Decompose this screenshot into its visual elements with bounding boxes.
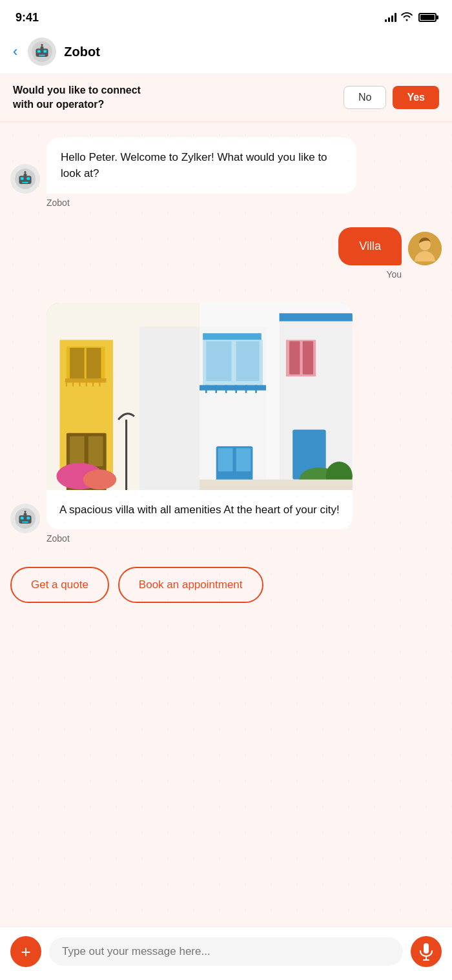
villa-image-right: [200, 303, 353, 490]
banner-text: Would you like to connectwith our operat…: [13, 83, 333, 112]
svg-rect-71: [200, 480, 353, 490]
user-message-row: Villa: [10, 227, 442, 265]
svg-rect-4: [39, 55, 46, 56]
text-input-wrapper: [49, 937, 403, 966]
status-icons: [385, 11, 437, 24]
villa-card: A spacious villa with all amenities At t…: [46, 303, 353, 530]
svg-rect-40: [70, 436, 85, 466]
add-button[interactable]: +: [10, 936, 41, 967]
operator-banner: Would you like to connectwith our operat…: [0, 74, 452, 122]
svg-rect-3: [44, 50, 47, 53]
user-avatar: [408, 232, 442, 265]
svg-rect-61: [218, 448, 233, 471]
bot-greeting-bubble: Hello Peter. Welcome to Zylker! What wou…: [46, 138, 356, 194]
svg-point-43: [83, 469, 116, 489]
svg-rect-67: [302, 341, 313, 374]
svg-rect-51: [206, 341, 231, 381]
signal-icon: [385, 13, 396, 22]
svg-rect-11: [26, 177, 30, 179]
mic-button[interactable]: [411, 936, 442, 967]
svg-rect-21: [26, 517, 30, 520]
banner-buttons: No Yes: [344, 86, 439, 109]
svg-rect-49: [203, 333, 262, 340]
svg-rect-31: [87, 348, 101, 381]
villa-bot-sender: Zobot: [46, 533, 442, 544]
bot-avatar-villa: [10, 504, 40, 533]
svg-rect-52: [236, 341, 259, 381]
action-buttons: Get a quote Book an appointment: [10, 567, 442, 603]
svg-rect-2: [37, 50, 41, 53]
bot-avatar: [10, 164, 40, 194]
svg-rect-22: [22, 522, 28, 523]
status-time: 9:41: [15, 11, 39, 25]
back-button[interactable]: ‹: [10, 41, 20, 63]
svg-rect-72: [424, 943, 429, 954]
svg-rect-20: [21, 517, 24, 520]
chat-header: ‹ Zobot: [0, 32, 452, 74]
message-input[interactable]: [62, 945, 390, 958]
svg-rect-12: [22, 182, 28, 183]
chat-area: Hello Peter. Welcome to Zylker! What wou…: [0, 122, 452, 926]
svg-rect-62: [236, 448, 251, 471]
svg-point-25: [24, 511, 26, 513]
svg-rect-64: [279, 313, 352, 321]
villa-description: A spacious villa with all amenities At t…: [46, 490, 353, 530]
svg-rect-41: [88, 436, 103, 466]
svg-point-15: [24, 171, 26, 173]
user-bubble: Villa: [338, 227, 402, 265]
villa-images: [46, 303, 353, 490]
bot-greeting-row: Hello Peter. Welcome to Zylker! What wou…: [10, 138, 442, 194]
get-quote-button[interactable]: Get a quote: [10, 567, 109, 603]
user-sender-label: You: [10, 269, 402, 280]
svg-rect-30: [70, 348, 85, 381]
wifi-icon: [400, 11, 413, 24]
battery-icon: [418, 13, 437, 22]
input-area: +: [0, 926, 452, 980]
bot-avatar-header: [28, 37, 56, 66]
status-bar: 9:41: [0, 0, 452, 32]
book-appointment-button[interactable]: Book an appointment: [118, 567, 263, 603]
bot-sender-label: Zobot: [46, 198, 442, 208]
svg-rect-66: [289, 341, 300, 374]
no-button[interactable]: No: [344, 86, 386, 109]
svg-point-7: [41, 44, 43, 46]
svg-rect-45: [139, 327, 200, 490]
yes-button[interactable]: Yes: [393, 86, 439, 109]
villa-image-left: [46, 303, 200, 490]
svg-rect-10: [21, 177, 24, 179]
bot-name: Zobot: [64, 45, 100, 59]
